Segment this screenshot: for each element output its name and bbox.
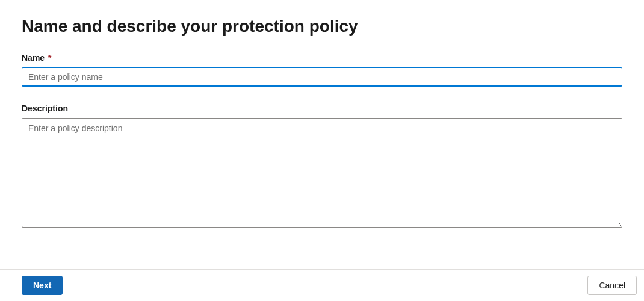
cancel-button[interactable]: Cancel [587, 276, 637, 295]
description-field-group: Description [22, 104, 622, 230]
wizard-footer: Next Cancel [0, 269, 644, 301]
name-field-group: Name * [22, 53, 622, 87]
required-asterisk: * [48, 53, 51, 63]
name-label-text: Name [22, 53, 45, 63]
page-title: Name and describe your protection policy [22, 17, 622, 36]
name-label: Name * [22, 53, 622, 63]
policy-form-page: Name and describe your protection policy… [0, 0, 644, 230]
description-label: Description [22, 104, 622, 113]
next-button[interactable]: Next [22, 276, 63, 295]
policy-description-input[interactable] [22, 118, 622, 228]
policy-name-input[interactable] [22, 67, 622, 87]
